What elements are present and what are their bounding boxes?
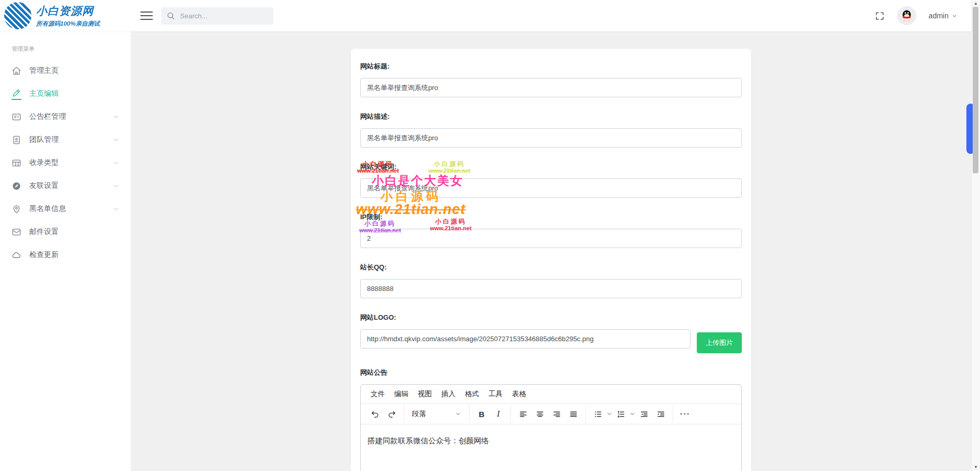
scrollbar-thumb[interactable] bbox=[973, 7, 978, 173]
editor-menu-table[interactable]: 表格 bbox=[507, 387, 531, 401]
logo-tagline: 所有源码100%亲自测试 bbox=[36, 20, 99, 28]
search-box[interactable] bbox=[161, 7, 273, 25]
bullet-list-icon[interactable] bbox=[589, 406, 606, 422]
user-name: admin bbox=[929, 12, 949, 20]
italic-icon[interactable]: I bbox=[490, 406, 507, 422]
chevron-down-icon bbox=[113, 160, 119, 166]
home-icon bbox=[12, 66, 21, 76]
sidebar-item-check-update[interactable]: 检查更新 bbox=[0, 243, 131, 266]
rich-text-editor: 文件 编辑 视图 插入 格式 工具 表格 段落 bbox=[360, 384, 742, 471]
sidebar-item-mail-settings[interactable]: 邮件设置 bbox=[0, 220, 131, 243]
sidebar-item-label: 友联设置 bbox=[29, 181, 59, 190]
editor-menu-edit[interactable]: 编辑 bbox=[389, 387, 413, 401]
cloud-icon bbox=[12, 250, 21, 260]
sidebar-item-label: 黑名单信息 bbox=[29, 204, 66, 214]
outdent-icon[interactable] bbox=[636, 406, 652, 422]
sidebar-item-label: 团队管理 bbox=[29, 135, 59, 144]
align-justify-icon[interactable] bbox=[565, 406, 582, 422]
sidebar-item-announcements[interactable]: 公告栏管理 bbox=[0, 105, 131, 128]
settings-form-card: 网站标题: 网站描述: 网站关键词: IP限制: 站长QQ: 网站LOGO: 上… bbox=[351, 49, 751, 471]
sidebar-item-friend-links[interactable]: 友联设置 bbox=[0, 174, 131, 197]
qq-penguin-icon bbox=[899, 8, 914, 23]
editor-menu-file[interactable]: 文件 bbox=[366, 387, 389, 401]
chevron-down-icon bbox=[113, 206, 119, 212]
sidebar-section-label: 管理菜单 bbox=[12, 45, 131, 53]
site-logo[interactable]: 小白资源网 所有源码100%亲自测试 bbox=[0, 2, 131, 29]
field-label-site-logo: 网站LOGO: bbox=[360, 313, 742, 322]
sidebar-item-label: 邮件设置 bbox=[29, 227, 59, 237]
field-label-site-description: 网站描述: bbox=[360, 112, 742, 121]
search-icon bbox=[166, 12, 175, 20]
sidebar-item-dashboard[interactable]: 管理主页 bbox=[0, 59, 131, 82]
sidebar: 管理菜单 管理主页 主页编辑 公告栏管理 团队管理 收录类型 友联设置 黑名单信… bbox=[0, 31, 131, 471]
logo-globe-icon bbox=[4, 2, 31, 29]
editor-menubar: 文件 编辑 视图 插入 格式 工具 表格 bbox=[361, 385, 741, 404]
numbered-list-icon[interactable] bbox=[612, 406, 629, 422]
chevron-down-icon bbox=[113, 137, 119, 143]
sidebar-item-label: 收录类型 bbox=[29, 158, 59, 167]
chevron-down-icon bbox=[952, 13, 957, 19]
sidebar-item-team[interactable]: 团队管理 bbox=[0, 128, 131, 151]
field-label-webmaster-qq: 站长QQ: bbox=[360, 263, 742, 272]
fullscreen-icon[interactable] bbox=[875, 11, 885, 21]
chevron-down-icon[interactable] bbox=[629, 411, 636, 417]
chevron-down-icon bbox=[455, 411, 461, 417]
chevron-down-icon[interactable] bbox=[606, 411, 612, 417]
editor-menu-tools[interactable]: 工具 bbox=[484, 387, 507, 401]
field-label-ip-limit: IP限制: bbox=[360, 212, 742, 222]
site-title-input[interactable] bbox=[360, 78, 742, 97]
editor-toolbar: 段落 B I bbox=[361, 404, 741, 424]
user-menu[interactable]: admin bbox=[929, 12, 957, 20]
sidebar-item-home-edit[interactable]: 主页编辑 bbox=[0, 82, 131, 105]
sidebar-item-label: 公告栏管理 bbox=[29, 112, 66, 121]
editor-menu-view[interactable]: 视图 bbox=[413, 387, 437, 401]
main-content: 网站标题: 网站描述: 网站关键词: IP限制: 站长QQ: 网站LOGO: 上… bbox=[131, 31, 971, 471]
editor-menu-insert[interactable]: 插入 bbox=[437, 387, 460, 401]
webmaster-qq-input[interactable] bbox=[360, 279, 742, 298]
board-icon bbox=[12, 112, 21, 122]
align-left-icon[interactable] bbox=[515, 406, 531, 422]
chevron-down-icon bbox=[113, 183, 119, 189]
paragraph-style-dropdown[interactable]: 段落 bbox=[408, 406, 465, 422]
editor-content-area[interactable]: 搭建同款联系微信公众号：创颜网络 bbox=[361, 424, 741, 471]
more-tools-icon[interactable]: ··· bbox=[677, 406, 694, 422]
sidebar-item-label: 主页编辑 bbox=[29, 89, 59, 98]
sidebar-item-categories[interactable]: 收录类型 bbox=[0, 151, 131, 174]
pencil-icon bbox=[12, 88, 21, 100]
field-label-site-notice: 网站公告 bbox=[360, 368, 742, 377]
ip-limit-input[interactable] bbox=[360, 229, 742, 248]
redo-icon[interactable] bbox=[383, 406, 400, 422]
sidebar-item-blacklist[interactable]: 黑名单信息 bbox=[0, 197, 131, 220]
site-logo-url-input[interactable] bbox=[360, 329, 691, 349]
undo-icon[interactable] bbox=[366, 406, 383, 422]
upload-image-button[interactable]: 上传图片 bbox=[697, 332, 742, 353]
bold-icon[interactable]: B bbox=[473, 406, 490, 422]
grid-icon bbox=[12, 158, 21, 168]
field-label-site-keywords: 网站关键词: bbox=[360, 162, 742, 172]
site-keywords-input[interactable] bbox=[360, 178, 742, 198]
logo-title: 小白资源网 bbox=[36, 4, 99, 18]
scrollbar-down-arrow[interactable]: ▼ bbox=[972, 465, 980, 469]
chevron-down-icon bbox=[113, 114, 119, 120]
team-doc-icon bbox=[12, 135, 21, 145]
mail-icon bbox=[12, 227, 21, 237]
sidebar-item-label: 管理主页 bbox=[29, 66, 59, 75]
align-center-icon[interactable] bbox=[531, 406, 548, 422]
paragraph-style-label: 段落 bbox=[412, 409, 426, 419]
field-label-site-title: 网站标题: bbox=[360, 62, 742, 71]
location-pin-icon bbox=[12, 204, 21, 214]
user-avatar[interactable] bbox=[897, 6, 916, 25]
align-right-icon[interactable] bbox=[548, 406, 565, 422]
site-description-input[interactable] bbox=[360, 128, 742, 148]
editor-menu-format[interactable]: 格式 bbox=[460, 387, 484, 401]
indent-icon[interactable] bbox=[652, 406, 669, 422]
top-header: 小白资源网 所有源码100%亲自测试 admin bbox=[0, 0, 971, 31]
search-input[interactable] bbox=[179, 12, 268, 20]
scrollbar-up-arrow[interactable]: ▲ bbox=[972, 1, 980, 6]
sidebar-item-label: 检查更新 bbox=[29, 250, 59, 260]
link-circle-icon bbox=[12, 181, 21, 191]
menu-toggle-icon[interactable] bbox=[140, 9, 153, 23]
